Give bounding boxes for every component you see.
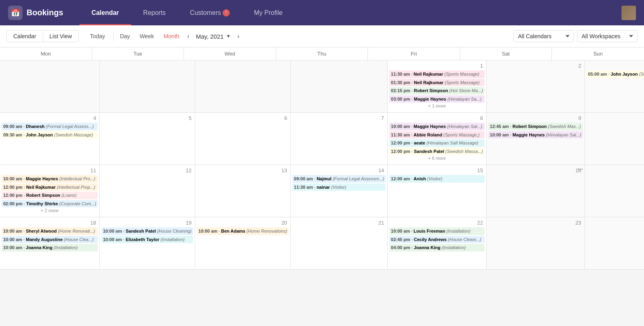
nav-item-myprofile[interactable]: My Profile [242, 0, 295, 25]
calendar-cell[interactable]: 1810:00 am · Sheryl Atwood (Home Renovat… [0, 217, 100, 270]
event[interactable]: 11:30 am · Abbie Roland (Sports Massage,… [389, 131, 485, 139]
event[interactable]: 03:00 pm · Maggie Haynes (Himalayan Sa..… [389, 95, 485, 103]
calendar-grid: 111:30 am · Neil Rajkumar (Sports Massag… [0, 60, 644, 322]
day-number: 22 [389, 219, 485, 227]
calendar-cell[interactable]: 409:00 am · Dhanesh (Formal Legal Assess… [0, 113, 100, 165]
day-number: 21 [292, 219, 386, 227]
calendar-cell[interactable]: 23 [487, 217, 585, 270]
time-options: Day Week Month [118, 31, 181, 41]
day-header-wed: Wed [184, 47, 276, 60]
nav-item-calendar[interactable]: Calendar [79, 0, 131, 25]
calendar-cell[interactable]: 21 [291, 217, 388, 270]
more-events-link[interactable]: + 2 more [2, 208, 98, 213]
day-header-mon: Mon [0, 47, 92, 60]
calendar-cell[interactable]: 912:45 am · Robert Simpson (Swedish Mas.… [487, 113, 585, 165]
next-month-button[interactable]: › [234, 31, 243, 41]
event[interactable]: 10:00 am · Sandesh Patel (House Cleaning… [101, 227, 193, 235]
calendar-cell[interactable]: 305:00 am · John Jayson (Swedish Massage… [585, 60, 644, 113]
calendar-cell[interactable]: 810:00 am · Maggie Haynes (Himalayan Sal… [388, 113, 487, 165]
day-number: 11 [2, 167, 98, 175]
separator [113, 31, 114, 41]
event[interactable]: 10:00 am · Mandy Augustine (House Clea..… [2, 236, 98, 243]
calendar-cell[interactable]: 24 [585, 217, 644, 270]
calendar-cell[interactable]: 2 [487, 60, 585, 113]
event[interactable]: 12:45 am · Robert Simpson (Swedish Mas..… [488, 123, 583, 130]
event[interactable]: 02:00 pm · Timothy Shirke (Corporate Com… [2, 200, 98, 208]
calendar-cell[interactable]: 2210:00 am · Louis Freeman (Installation… [388, 217, 487, 270]
day-number: 10 [586, 114, 644, 123]
calendar-cell[interactable]: •••16 [487, 165, 585, 217]
calendar-cell[interactable]: 7 [291, 113, 388, 165]
calendar-cell[interactable]: 1512:00 am · Anish (Visitor) [388, 165, 487, 217]
event[interactable]: 10:00 am · Louis Freeman (Installation) [389, 227, 485, 235]
event[interactable]: 12:00 pm · Robert Simpson (Loans) [2, 192, 98, 199]
day-number: 1 [389, 62, 485, 70]
workspace-select[interactable]: All Workspaces [577, 30, 638, 42]
day-header-thu: Thu [276, 47, 368, 60]
calendar-cell[interactable] [100, 60, 195, 113]
month-option[interactable]: Month [162, 31, 181, 41]
event[interactable]: 12:00 pm · Neil Rajkumar (Intellectual P… [2, 184, 98, 191]
event[interactable]: 10:00 am · Sheryl Atwood (Home Renovati.… [2, 227, 98, 235]
dots-more[interactable]: ••• [578, 167, 583, 172]
event[interactable]: 01:30 pm · Neil Rajkumar (Sports Massage… [389, 79, 485, 87]
list-view-tab[interactable]: List View [43, 31, 78, 42]
event[interactable]: 12:00 am · Anish (Visitor) [389, 175, 485, 183]
calendar-cell[interactable] [0, 60, 100, 113]
event[interactable]: 10:00 am · Maggie Haynes (Himalayan Sal.… [389, 123, 485, 130]
calendar-cell[interactable]: 12 [100, 165, 195, 217]
day-header-fri: Fri [368, 47, 460, 60]
event[interactable]: 10:00 am · Joanna King (Installation) [2, 244, 98, 252]
calendar-cell[interactable]: 6 [195, 113, 291, 165]
event[interactable]: 05:00 am · John Jayson (Swedish Massage) [586, 70, 644, 78]
event[interactable]: 04:00 pm · Joanna King (Installation) [389, 244, 485, 252]
calendar-cell[interactable]: 5 [100, 113, 195, 165]
event[interactable]: 02:45 pm · Cecily Andrews (House Cleani.… [389, 236, 485, 243]
calendar-cell[interactable]: 10 [585, 113, 644, 165]
today-button[interactable]: Today [87, 31, 108, 41]
more-events-link[interactable]: + 1 more [389, 103, 485, 108]
event[interactable]: 09:00 am · Dhanesh (Formal Legal Assess.… [2, 123, 98, 130]
calendar-cell[interactable]: 17 [585, 165, 644, 217]
calendar-tab[interactable]: Calendar [7, 31, 43, 42]
event[interactable]: 10:00 am · Maggie Haynes (Himalayan Sal.… [488, 131, 583, 139]
event[interactable]: 09:30 am · John Jayson (Swedish Massage) [2, 131, 98, 139]
main-nav: CalendarReportsCustomers!My Profile [79, 0, 605, 25]
event[interactable]: 12:00 pm · Sandesh Patel (Swedish Massa.… [389, 148, 485, 155]
day-header-tue: Tue [92, 47, 184, 60]
calendar-cell[interactable]: 13 [195, 165, 291, 217]
day-number: 20 [197, 219, 289, 227]
day-number: 2 [488, 62, 583, 70]
event[interactable]: 09:00 am · Najmul (Formal Legal Assessm.… [292, 175, 386, 183]
day-number: 19 [101, 219, 193, 227]
calendar-select[interactable]: All Calendars [514, 30, 574, 42]
day-number: 23 [488, 219, 583, 227]
calendar-cell[interactable]: 1110:00 am · Maggie Haynes (Intellectual… [0, 165, 100, 217]
week-option[interactable]: Week [138, 31, 156, 41]
day-number: 3 [586, 62, 644, 70]
nav-item-customers[interactable]: Customers! [178, 0, 242, 25]
calendar-cell[interactable]: 1910:00 am · Sandesh Patel (House Cleani… [100, 217, 195, 270]
period-label[interactable]: May, 2021 ▼ [196, 33, 231, 40]
event[interactable]: 10:00 am · Ben Adams (Home Renovations) [197, 227, 289, 235]
calendar-cell[interactable]: 2010:00 am · Ben Adams (Home Renovations… [195, 217, 291, 270]
event[interactable]: 10:00 am · Maggie Haynes (Intellectual P… [2, 175, 98, 183]
day-number: 13 [197, 167, 289, 175]
calendar-cell[interactable]: 111:30 am · Neil Rajkumar (Sports Massag… [388, 60, 487, 113]
event[interactable]: 10:00 am · Elizabeth Taylor (Installatio… [101, 236, 193, 243]
more-events-link[interactable]: + 6 more [389, 156, 485, 161]
calendar-cell[interactable] [291, 60, 388, 113]
nav-item-reports[interactable]: Reports [131, 0, 178, 25]
period-dropdown-arrow: ▼ [226, 33, 231, 39]
day-option[interactable]: Day [118, 31, 132, 41]
prev-month-button[interactable]: ‹ [184, 31, 192, 41]
calendar-cell[interactable] [195, 60, 291, 113]
view-tab-group: Calendar List View [6, 30, 79, 42]
event[interactable]: 12:00 pm · aeate (Himalayan Salt Massage… [389, 139, 485, 147]
day-number: 6 [197, 114, 289, 123]
event[interactable]: 02:15 pm · Robert Simpson (Hot Stone Ma.… [389, 87, 485, 95]
calendar-cell[interactable]: 1409:00 am · Najmul (Formal Legal Assess… [291, 165, 388, 217]
event[interactable]: 11:30 am · nainar (Visitor) [292, 184, 386, 191]
day-number: 18 [2, 219, 98, 227]
event[interactable]: 11:30 am · Neil Rajkumar (Sports Massage… [389, 70, 485, 78]
